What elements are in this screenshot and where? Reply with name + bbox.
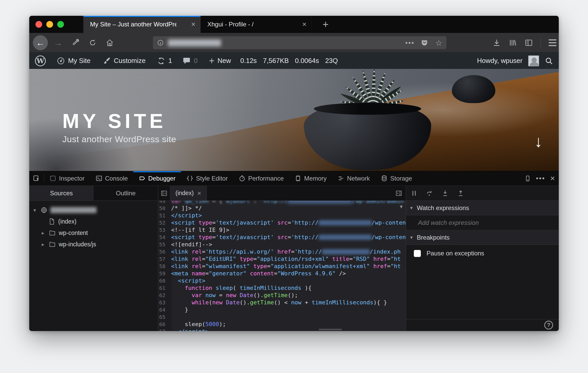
code-line[interactable]: 52<script type='text/javascript' src='ht… bbox=[158, 219, 406, 226]
responsive-mode-icon[interactable] bbox=[521, 171, 534, 185]
tab-inspector[interactable]: Inspector bbox=[44, 171, 90, 185]
comments-menu[interactable]: 0 bbox=[182, 57, 197, 65]
qm-page-time[interactable]: 0.12s bbox=[240, 57, 257, 65]
page-info-icon[interactable] bbox=[157, 39, 164, 46]
close-icon[interactable]: × bbox=[190, 20, 197, 28]
step-over-icon[interactable] bbox=[426, 189, 433, 197]
line-number[interactable]: 58 bbox=[158, 263, 168, 269]
sidebar-toggle-icon[interactable] bbox=[525, 39, 533, 47]
line-number[interactable]: 61 bbox=[158, 285, 168, 291]
code-view[interactable]: 49var qm_l10n = { ajaxurl : 'http:///wp-… bbox=[158, 201, 406, 331]
tab-debugger[interactable]: Debugger bbox=[133, 171, 181, 185]
code-line[interactable]: 58<link rel="wlwmanifest" type="applicat… bbox=[158, 263, 406, 270]
tree-item-domain[interactable]: ▾ bbox=[29, 204, 158, 216]
line-number[interactable]: 50 bbox=[158, 205, 168, 211]
avatar[interactable] bbox=[528, 55, 539, 66]
line-number[interactable]: 60 bbox=[158, 278, 168, 284]
code-line[interactable]: 51</script> bbox=[158, 212, 406, 219]
scroll-indicator-icon[interactable]: ▾ bbox=[400, 203, 403, 210]
code-line[interactable]: 55<![endif]--> bbox=[158, 241, 406, 248]
line-number[interactable]: 67 bbox=[158, 328, 168, 331]
code-line[interactable]: 64 } bbox=[158, 306, 406, 313]
code-line[interactable]: 60 <script> bbox=[158, 277, 406, 284]
url-bar[interactable]: ☆ bbox=[153, 36, 446, 49]
code-line[interactable]: 56<link rel='https://api.w.org/' href='h… bbox=[158, 248, 406, 255]
download-icon[interactable] bbox=[493, 39, 501, 47]
browser-tab-xhgui[interactable]: Xhgui - Profile - / × bbox=[201, 16, 312, 33]
site-name-menu[interactable]: My Site bbox=[57, 57, 91, 65]
qm-query-time[interactable]: 0.0064s bbox=[295, 57, 319, 65]
code-line[interactable]: 67 </script> bbox=[158, 328, 406, 331]
line-number[interactable]: 51 bbox=[158, 212, 168, 219]
file-tab-index[interactable]: (index) × bbox=[170, 186, 207, 200]
library-icon[interactable] bbox=[509, 39, 517, 47]
tab-network[interactable]: Network bbox=[332, 171, 375, 185]
horizontal-scrollbar[interactable] bbox=[319, 329, 342, 330]
breakpoints-header[interactable]: ▾ Breakpoints bbox=[406, 230, 559, 245]
watch-expressions-header[interactable]: ▾ Watch expressions bbox=[406, 201, 559, 215]
pocket-icon[interactable] bbox=[421, 39, 428, 46]
expand-panes-icon[interactable] bbox=[393, 186, 405, 200]
tab-console[interactable]: Console bbox=[90, 171, 133, 185]
collapse-sources-icon[interactable] bbox=[158, 186, 170, 200]
tree-item-wp-content[interactable]: ▸ wp-content bbox=[29, 227, 158, 239]
browser-tab-my-site[interactable]: My Site – Just another WordPress si × bbox=[83, 16, 201, 33]
code-line[interactable]: 49var qm_l10n = { ajaxurl : 'http:///wp-… bbox=[158, 201, 406, 205]
devtools-close-icon[interactable]: × bbox=[546, 171, 559, 185]
devtools-menu-icon[interactable] bbox=[534, 171, 546, 185]
minimize-window-button[interactable] bbox=[46, 21, 53, 28]
line-number[interactable]: 56 bbox=[158, 249, 168, 255]
chevron-down-icon[interactable]: ▾ bbox=[32, 207, 38, 213]
line-number[interactable]: 53 bbox=[158, 227, 168, 233]
line-number[interactable]: 65 bbox=[158, 314, 168, 320]
code-line[interactable]: 66 sleep(5000); bbox=[158, 321, 406, 328]
wrench-icon[interactable] bbox=[68, 35, 83, 50]
help-icon[interactable]: ? bbox=[544, 321, 553, 329]
bookmark-star-icon[interactable]: ☆ bbox=[435, 38, 442, 47]
scroll-down-arrow[interactable]: ↓ bbox=[534, 132, 542, 150]
code-line[interactable]: 59<meta name="generator" content="WordPr… bbox=[158, 270, 406, 277]
line-number[interactable]: 57 bbox=[158, 256, 168, 262]
chevron-right-icon[interactable]: ▸ bbox=[40, 230, 46, 236]
close-icon[interactable]: × bbox=[197, 190, 201, 197]
line-number[interactable]: 52 bbox=[158, 220, 168, 226]
reload-icon[interactable] bbox=[85, 35, 100, 50]
pause-on-exceptions-checkbox[interactable] bbox=[414, 250, 421, 257]
code-line[interactable]: 54<script type='text/javascript' src='ht… bbox=[158, 234, 406, 241]
step-in-icon[interactable] bbox=[441, 189, 449, 197]
tree-item-index[interactable]: (index) bbox=[29, 216, 158, 227]
code-line[interactable]: 57<link rel="EditURI" type="application/… bbox=[158, 255, 406, 263]
add-watch-expression-input[interactable]: Add watch expression bbox=[406, 215, 559, 230]
forward-button[interactable]: → bbox=[50, 35, 65, 50]
new-tab-button[interactable]: + bbox=[320, 18, 332, 30]
page-actions-icon[interactable] bbox=[406, 42, 414, 44]
outline-tab[interactable]: Outline bbox=[94, 186, 158, 200]
close-icon[interactable]: × bbox=[301, 20, 308, 28]
line-number[interactable]: 64 bbox=[158, 307, 168, 313]
howdy-label[interactable]: Howdy, wpuser bbox=[477, 57, 523, 65]
search-icon[interactable] bbox=[545, 57, 553, 65]
new-content-menu[interactable]: + New bbox=[209, 56, 231, 66]
qm-memory[interactable]: 7,567KB bbox=[263, 57, 289, 65]
code-line[interactable]: 53<!--[if lt IE 9]> bbox=[158, 226, 406, 234]
close-window-button[interactable] bbox=[35, 21, 42, 28]
line-number[interactable]: 54 bbox=[158, 234, 168, 240]
line-number[interactable]: 55 bbox=[158, 241, 168, 248]
code-line[interactable]: 62 var now = new Date().getTime(); bbox=[158, 292, 406, 299]
customize-menu[interactable]: Customize bbox=[102, 57, 146, 65]
tab-memory[interactable]: Memory bbox=[289, 171, 332, 185]
step-out-icon[interactable] bbox=[457, 189, 465, 197]
tab-storage[interactable]: Storage bbox=[375, 171, 417, 185]
tab-style-editor[interactable]: Style Editor bbox=[181, 171, 233, 185]
line-number[interactable]: 59 bbox=[158, 270, 168, 277]
tab-performance[interactable]: Performance bbox=[233, 171, 289, 185]
qm-query-count[interactable]: 23Q bbox=[325, 57, 338, 65]
maximize-window-button[interactable] bbox=[57, 21, 64, 28]
updates-menu[interactable]: 1 bbox=[157, 57, 172, 65]
code-line[interactable]: 61 function sleep( timeInMilliseconds ){ bbox=[158, 284, 406, 292]
code-line[interactable]: 65 bbox=[158, 313, 406, 321]
line-number[interactable]: 62 bbox=[158, 292, 168, 298]
line-number[interactable]: 63 bbox=[158, 299, 168, 306]
line-number[interactable]: 49 bbox=[158, 201, 168, 204]
element-picker-icon[interactable] bbox=[29, 171, 44, 185]
